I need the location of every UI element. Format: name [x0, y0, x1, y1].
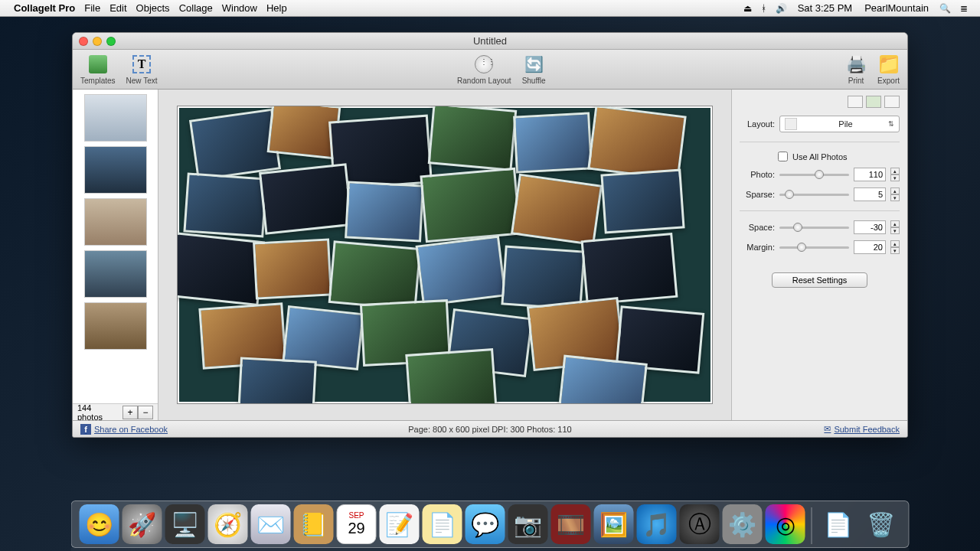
dock-safari[interactable]: 🧭: [208, 504, 248, 544]
statusbar: f Share on Facebook Page: 800 x 600 pixe…: [73, 420, 907, 437]
menu-file[interactable]: File: [84, 2, 100, 14]
export-icon: 📁: [880, 55, 898, 73]
dock-messages[interactable]: 💬: [466, 504, 505, 544]
dock-launchpad[interactable]: 🚀: [122, 504, 162, 544]
thumbnail[interactable]: [84, 94, 147, 142]
layout-dropdown[interactable]: Pile ⇅: [779, 116, 900, 132]
dock-itunes[interactable]: 🎵: [637, 504, 677, 544]
toolbar-export-label: Export: [877, 77, 900, 85]
menu-help[interactable]: Help: [266, 2, 287, 14]
space-slider-label: Space:: [740, 223, 775, 232]
thumbnail[interactable]: [84, 250, 147, 298]
facebook-icon: f: [80, 424, 91, 435]
dock-reminders[interactable]: 📝: [380, 504, 420, 544]
margin-slider[interactable]: [779, 242, 849, 253]
window-close-button[interactable]: [79, 37, 88, 46]
submit-feedback-link[interactable]: ✉ Submit Feedback: [824, 424, 900, 434]
thumbnail[interactable]: [84, 146, 147, 194]
add-photo-button[interactable]: +: [122, 406, 138, 419]
dock-calendar[interactable]: SEP29: [337, 504, 377, 544]
photo-slider-label: Photo:: [740, 170, 775, 179]
space-slider[interactable]: [779, 222, 849, 233]
margin-value-input[interactable]: [854, 240, 886, 254]
menu-objects[interactable]: Objects: [136, 2, 170, 14]
photo-stepper[interactable]: ▴▾: [890, 168, 900, 181]
toolbar-new-text[interactable]: T New Text: [126, 54, 158, 85]
space-value-input[interactable]: [854, 220, 886, 234]
window-zoom-button[interactable]: [106, 37, 116, 46]
window-minimize-button[interactable]: [93, 37, 102, 46]
photo-slider[interactable]: [779, 169, 849, 180]
dock-downloads[interactable]: 📄: [818, 504, 858, 544]
settings-tab-2[interactable]: [866, 96, 881, 108]
toolbar-print-label: Print: [848, 77, 864, 85]
notification-icon[interactable]: ≣: [960, 3, 968, 14]
bluetooth-icon[interactable]: ᚼ: [761, 3, 766, 14]
dock-settings[interactable]: ⚙️: [723, 504, 763, 544]
dock-preview[interactable]: 🖼️: [594, 504, 634, 544]
menu-window[interactable]: Window: [222, 2, 257, 14]
dock-collageit[interactable]: ◎: [766, 504, 805, 544]
layout-type-icon: [785, 118, 797, 130]
settings-tab-3[interactable]: [884, 96, 900, 108]
settings-tab-1[interactable]: [848, 96, 863, 108]
layout-value: Pile: [803, 119, 888, 129]
toolbar-templates-label: Templates: [80, 77, 116, 85]
photo-sidebar: 144 photos + −: [73, 90, 158, 420]
menubar-user[interactable]: PearlMountain: [864, 2, 929, 14]
use-all-photos-checkbox[interactable]: [778, 152, 788, 161]
menu-collage[interactable]: Collage: [179, 2, 213, 14]
volume-icon[interactable]: 🔊: [776, 3, 787, 14]
dock-appstore[interactable]: Ⓐ: [680, 504, 720, 544]
window-title: Untitled: [473, 35, 507, 47]
app-window: Untitled Templates T New Text Random Lay…: [72, 32, 908, 438]
print-icon: 🖨️: [847, 55, 865, 73]
thumbnail-list[interactable]: [73, 90, 158, 403]
dock-mission-control[interactable]: 🖥️: [165, 504, 205, 544]
sparse-slider[interactable]: [779, 189, 849, 200]
margin-stepper[interactable]: ▴▾: [890, 240, 900, 254]
dropdown-arrows-icon: ⇅: [888, 120, 894, 128]
dock-photobooth[interactable]: 🎞️: [551, 504, 591, 544]
toolbar-templates[interactable]: Templates: [80, 54, 116, 85]
feedback-icon: ✉: [824, 424, 831, 434]
share-facebook-link[interactable]: f Share on Facebook: [80, 424, 168, 435]
menubar-app-name[interactable]: CollageIt Pro: [14, 2, 75, 14]
thumbnail[interactable]: [84, 198, 147, 246]
menubar-clock[interactable]: Sat 3:25 PM: [798, 2, 853, 14]
toolbar-random-layout[interactable]: Random Layout: [457, 54, 511, 85]
photo-value-input[interactable]: [854, 168, 886, 181]
dock-notes[interactable]: 📄: [423, 504, 462, 544]
menu-edit[interactable]: Edit: [109, 2, 126, 14]
toolbar-export[interactable]: 📁 Export: [877, 54, 900, 85]
submit-feedback-label: Submit Feedback: [834, 425, 900, 434]
settings-panel: Layout: Pile ⇅ Use All Photos Photo: ▴▾ …: [731, 90, 907, 420]
eject-icon[interactable]: ⏏: [743, 3, 752, 14]
dock-contacts[interactable]: 📒: [294, 504, 334, 544]
remove-photo-button[interactable]: −: [138, 406, 153, 419]
dock-mail[interactable]: ✉️: [251, 504, 291, 544]
thumbnail[interactable]: [84, 302, 147, 350]
dock: 😊 🚀 🖥️ 🧭 ✉️ 📒 SEP29 📝 📄 💬 📷 🎞️ 🖼️ 🎵 Ⓐ ⚙️…: [71, 500, 910, 548]
sparse-value-input[interactable]: [854, 187, 886, 201]
toolbar-new-text-label: New Text: [126, 77, 158, 85]
sparse-stepper[interactable]: ▴▾: [890, 187, 900, 201]
toolbar-shuffle[interactable]: 🔄 Shuffle: [522, 54, 546, 85]
dock-facetime[interactable]: 📷: [508, 504, 548, 544]
page-info-label: Page: 800 x 600 pixel DPI: 300 Photos: 1…: [408, 425, 571, 434]
dock-trash[interactable]: 🗑️: [861, 504, 901, 544]
random-layout-icon: [475, 55, 493, 73]
toolbar-random-layout-label: Random Layout: [457, 77, 511, 85]
dock-finder[interactable]: 😊: [80, 504, 119, 544]
share-facebook-label: Share on Facebook: [94, 425, 168, 434]
sidebar-footer: 144 photos + −: [73, 403, 158, 420]
spotlight-icon[interactable]: 🔍: [939, 3, 951, 14]
toolbar-shuffle-label: Shuffle: [522, 77, 546, 85]
collage-canvas[interactable]: [177, 106, 713, 404]
space-stepper[interactable]: ▴▾: [890, 220, 900, 234]
titlebar[interactable]: Untitled: [73, 33, 907, 50]
photo-count-label: 144 photos: [77, 403, 118, 421]
toolbar-print[interactable]: 🖨️ Print: [845, 54, 867, 85]
toolbar: Templates T New Text Random Layout 🔄 Shu…: [73, 50, 907, 90]
reset-settings-button[interactable]: Reset Settings: [772, 272, 868, 288]
